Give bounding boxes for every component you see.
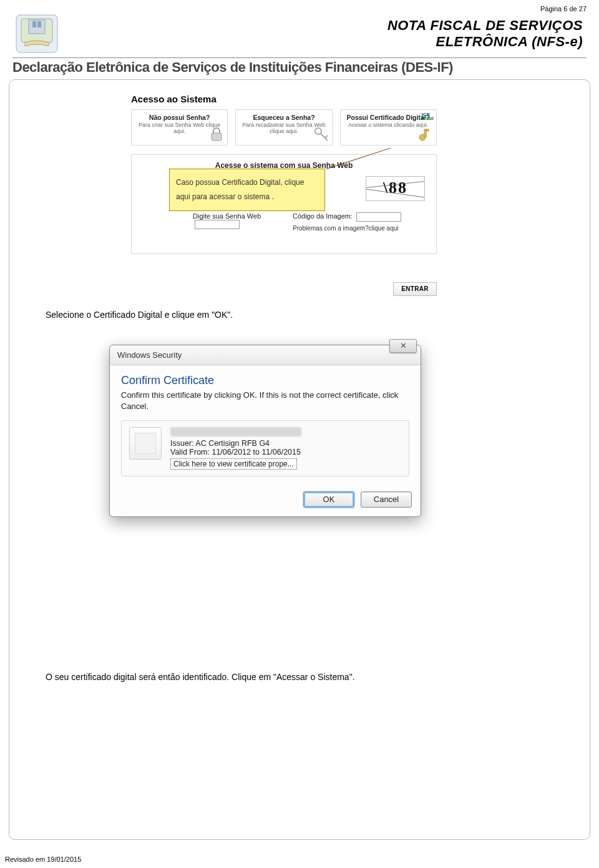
card-esqueceu-senha[interactable]: Esqueceu a Senha? Para recadastrar sua S… — [235, 109, 332, 145]
svg-rect-3 — [32, 21, 36, 27]
title-line2: ELETRÔNICA (NFS-e) — [61, 34, 583, 50]
codigo-imagem-row: Código da Imagem: — [293, 212, 401, 222]
windows-security-dialog: Windows Security ✕ Confirm Certificate C… — [109, 345, 421, 517]
icp-brasil-badge: ICP Brasil — [422, 112, 434, 121]
certificate-issuer: Issuer: AC Certisign RFB G4 — [170, 439, 401, 448]
callout-note: Caso possua Certificado Digital, clique … — [169, 169, 325, 211]
login-panel: Acesse o sistema com sua Senha Web Caso … — [131, 154, 437, 254]
svg-rect-5 — [212, 133, 222, 141]
card-nao-possui-senha[interactable]: Não possui Senha? Para criar sua Senha W… — [131, 109, 228, 145]
screenshot-acesso-sistema: Acesso ao Sistema Não possui Senha? Para… — [131, 94, 437, 281]
entrar-button[interactable]: ENTRAR — [393, 282, 437, 296]
view-properties-link[interactable]: Click here to view certificate prope... — [170, 458, 297, 470]
card-title: Esqueceu a Senha? — [240, 114, 328, 121]
padlock-icon — [208, 126, 225, 143]
svg-rect-11 — [426, 129, 429, 131]
page-number: Página 6 de 27 — [540, 5, 587, 12]
municipal-crest-icon — [12, 11, 61, 56]
svg-rect-4 — [37, 21, 41, 27]
instruction-paragraph-1: Selecione o Certificado Digital e clique… — [46, 310, 233, 320]
dialog-heading: Confirm Certificate — [121, 374, 409, 387]
codigo-label: Código da Imagem: — [293, 212, 353, 220]
dialog-message: Confirm this certificate by clicking OK.… — [121, 390, 409, 412]
senha-label-text: Digite sua Senha Web — [193, 212, 261, 220]
header-titles: NOTA FISCAL DE SERVIÇOS ELETRÔNICA (NFS-… — [61, 17, 587, 50]
document-subtitle: Declaração Eletrônica de Serviços de Ins… — [12, 59, 587, 76]
svg-rect-2 — [29, 20, 45, 34]
close-button[interactable]: ✕ — [389, 339, 417, 353]
card-certificado-digital[interactable]: Possui Certificado Digital? Acesse o sis… — [340, 109, 437, 145]
keys-icon — [313, 126, 330, 143]
icp-bottom: Brasil — [422, 117, 434, 121]
certificate-name-redacted — [170, 427, 301, 436]
dialog-title: Windows Security — [117, 350, 182, 360]
senha-label: Digite sua Senha Web — [193, 212, 261, 229]
header-divider — [12, 57, 587, 58]
captcha-help-link[interactable]: Problemas com a imagem?clique aqui — [293, 225, 399, 232]
cards-row: Não possui Senha? Para criar sua Senha W… — [131, 109, 437, 145]
card-title: Possui Certificado Digital? — [344, 114, 432, 121]
document-header: NOTA FISCAL DE SERVIÇOS ELETRÔNICA (NFS-… — [12, 11, 587, 56]
certificate-item[interactable]: Issuer: AC Certisign RFB G4 Valid From: … — [121, 420, 409, 476]
instruction-paragraph-2: O seu certificado digital será então ide… — [46, 672, 355, 682]
dialog-titlebar: Windows Security ✕ — [110, 345, 421, 365]
dialog-button-row: OK Cancel — [110, 485, 421, 516]
ok-button[interactable]: OK — [303, 491, 354, 508]
certificate-validity: Valid From: 11/06/2012 to 11/06/2015 — [170, 448, 401, 456]
codigo-input[interactable] — [356, 212, 401, 222]
content-frame: Acesso ao Sistema Não possui Senha? Para… — [9, 79, 590, 840]
captcha-image: \88 — [366, 176, 425, 201]
certificate-details: Issuer: AC Certisign RFB G4 Valid From: … — [170, 427, 401, 470]
svg-line-8 — [325, 136, 328, 138]
cancel-button[interactable]: Cancel — [361, 491, 412, 508]
senha-input[interactable] — [195, 220, 240, 229]
revision-footer: Revisado em 19/01/2015 — [5, 856, 81, 863]
card-title: Não possui Senha? — [135, 114, 223, 121]
dialog-body: Confirm Certificate Confirm this certifi… — [110, 365, 421, 485]
screenshot1-title: Acesso ao Sistema — [131, 94, 437, 104]
certificate-thumbnail-icon — [129, 427, 162, 460]
title-line1: NOTA FISCAL DE SERVIÇOS — [61, 17, 583, 34]
key-icon — [417, 126, 434, 143]
